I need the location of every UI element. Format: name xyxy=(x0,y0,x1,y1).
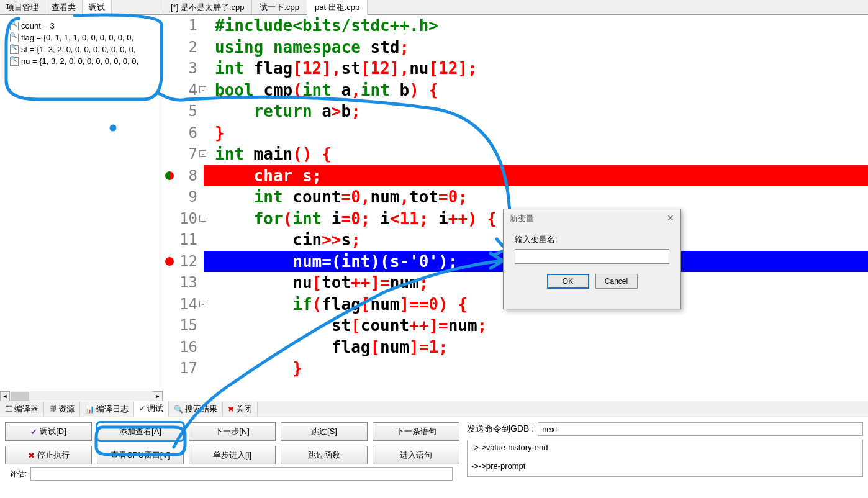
dialog-label: 输入变量名: xyxy=(515,234,669,245)
editor-panel: [*] 是不是太胖了.cpp试一下.cpppat 出租.cpp 1234-567… xyxy=(163,0,868,401)
code-line[interactable]: st[count++]=num; xyxy=(215,315,868,337)
eval-input[interactable] xyxy=(30,467,453,481)
code-line[interactable]: int main() { xyxy=(215,143,868,165)
horizontal-scrollbar[interactable]: ◄► xyxy=(0,391,163,401)
left-tab-2[interactable]: 调试 xyxy=(83,0,112,15)
gdb-command-input[interactable] xyxy=(538,422,863,436)
variable-name-input[interactable] xyxy=(515,249,669,264)
left-tab-1[interactable]: 查看类 xyxy=(45,0,83,14)
debug-button[interactable]: 跳过函数 xyxy=(281,446,368,464)
bottom-tab[interactable]: 🗐资源 xyxy=(44,402,80,417)
file-tab[interactable]: [*] 是不是太胖了.cpp xyxy=(163,0,252,14)
watch-item[interactable]: count = 3 xyxy=(2,20,160,32)
bottom-tab[interactable]: ✔调试 xyxy=(134,401,169,417)
file-tab[interactable]: 试一下.cpp xyxy=(252,0,307,14)
watch-item[interactable]: nu = {1, 3, 2, 0, 0, 0, 0, 0, 0, 0, 0, xyxy=(2,55,160,67)
code-line[interactable]: return a>b; xyxy=(215,101,868,122)
left-panel: 项目管理查看类调试 count = 3flag = {0, 1, 1, 1, 0… xyxy=(0,0,163,401)
file-tabs: [*] 是不是太胖了.cpp试一下.cpppat 出租.cpp xyxy=(163,0,868,15)
breakpoint-icon[interactable] xyxy=(165,171,174,180)
bottom-tab[interactable]: 📊编译日志 xyxy=(80,402,134,417)
code-line[interactable]: int count=0,num,tot=0; xyxy=(215,186,868,208)
ok-button[interactable]: OK xyxy=(547,274,589,289)
code-line[interactable]: char s; xyxy=(204,165,868,187)
bottom-panel: 🗔编译器🗐资源📊编译日志✔调试🔍搜索结果✖关闭 ✔调试[D]添加查看[A]下一步… xyxy=(0,401,868,488)
debug-button[interactable]: 下一步[N] xyxy=(189,422,276,441)
code-line[interactable]: flag[num]=1; xyxy=(215,337,868,358)
watch-area: count = 3flag = {0, 1, 1, 1, 0, 0, 0, 0,… xyxy=(0,15,163,391)
debug-button-grid: ✔调试[D]添加查看[A]下一步[N]跳过[S]下一条语句✖停止执行查看CPU窗… xyxy=(5,422,459,464)
bottom-tab[interactable]: 🔍搜索结果 xyxy=(169,402,223,417)
bottom-tab[interactable]: 🗔编译器 xyxy=(0,402,44,417)
debug-button[interactable]: 添加查看[A] xyxy=(97,422,184,441)
code-line[interactable]: } xyxy=(215,358,868,379)
gdb-label: 发送命令到GDB : xyxy=(467,423,534,435)
eval-label: 评估: xyxy=(10,469,27,479)
left-tab-0[interactable]: 项目管理 xyxy=(0,0,45,14)
debug-button[interactable]: 进入语句 xyxy=(373,446,459,464)
dialog-title: 新变量 xyxy=(510,213,534,224)
cancel-button[interactable]: Cancel xyxy=(595,274,638,289)
code-line[interactable]: #include<bits/stdc++.h> xyxy=(215,15,868,37)
file-tab[interactable]: pat 出租.cpp xyxy=(307,0,368,15)
debug-button[interactable]: 查看CPU窗口[V] xyxy=(97,446,184,464)
debug-button[interactable]: ✖停止执行 xyxy=(5,446,92,464)
close-icon[interactable]: ✕ xyxy=(667,213,674,224)
debug-button[interactable]: 单步进入[i] xyxy=(189,446,276,464)
watch-item[interactable]: flag = {0, 1, 1, 1, 0, 0, 0, 0, 0, 0, xyxy=(2,32,160,43)
code-line[interactable]: using namespace std; xyxy=(215,37,868,58)
new-variable-dialog: 新变量 ✕ 输入变量名: OK Cancel xyxy=(503,209,681,309)
left-tabs: 项目管理查看类调试 xyxy=(0,0,163,15)
breakpoint-icon[interactable] xyxy=(165,257,174,266)
watch-item[interactable]: st = {1, 3, 2, 0, 0, 0, 0, 0, 0, 0, 0, xyxy=(2,43,160,55)
debug-button[interactable]: 跳过[S] xyxy=(281,422,368,441)
code-area[interactable]: 1234-567-8910-11121314-151617 #include<b… xyxy=(163,15,868,401)
debug-button[interactable]: ✔调试[D] xyxy=(5,422,92,441)
debug-button[interactable]: 下一条语句 xyxy=(373,422,459,441)
code-line[interactable]: } xyxy=(215,122,868,144)
code-line[interactable]: bool cmp(int a,int b) { xyxy=(215,79,868,101)
code-line[interactable]: int flag[12],st[12],nu[12]; xyxy=(215,58,868,79)
bottom-tab[interactable]: ✖关闭 xyxy=(223,402,258,417)
bottom-tabs: 🗔编译器🗐资源📊编译日志✔调试🔍搜索结果✖关闭 xyxy=(0,401,868,417)
gdb-output: ->->value-history-end ->->pre-prompt xyxy=(467,440,863,477)
